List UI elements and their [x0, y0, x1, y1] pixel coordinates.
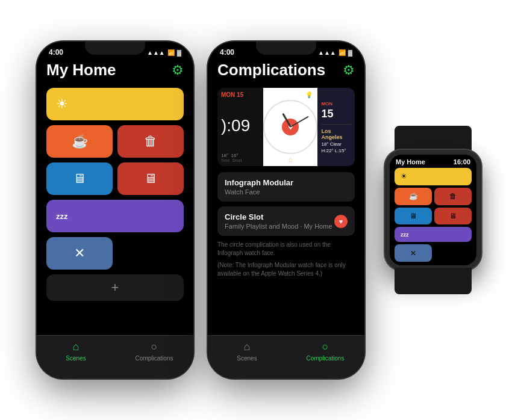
tab-bar-right: ⌂ Scenes ○ Complications — [208, 335, 364, 378]
circle-card-row: Circle Slot Family Playlist and Mood · M… — [225, 212, 348, 230]
watch-tile-sleep[interactable]: zzz — [395, 227, 472, 242]
complications-title: Complications — [217, 61, 325, 79]
gear-icon-right[interactable]: ⚙ — [343, 63, 355, 78]
watch-band-bottom — [395, 268, 472, 294]
tile-lightning[interactable]: ✕ — [46, 237, 113, 270]
watch-screen: My Home 16:00 ☀ ☕ 🗑 — [390, 155, 476, 265]
display-icon: 🖥 — [144, 171, 157, 187]
app-content-left: My Home ⚙ ☀ ☕ 🗑 — [37, 58, 193, 378]
watch-sun-icon: ☀ — [401, 172, 407, 181]
watch-date-right: 15 — [321, 108, 351, 120]
watch-location: Los Angeles — [321, 128, 351, 140]
complication-infograph-card[interactable]: Infograph Modular Watch Face — [217, 172, 355, 202]
watch-face-left-panel: MON 15 ):09 18° 16° Srse Srset — [217, 88, 263, 166]
circle-card-text: Circle Slot Family Playlist and Mood · M… — [225, 212, 332, 230]
home-icon-watchface: ⌂ — [289, 155, 293, 164]
tab-scenes-right[interactable]: ⌂ Scenes — [208, 341, 286, 362]
watch-tile-grid: ☀ ☕ 🗑 🖥 🖥 — [390, 168, 476, 265]
complications-tab-icon-left: ○ — [151, 341, 158, 353]
infograph-title: Infograph Modular — [225, 178, 348, 187]
tab-scenes-left[interactable]: ⌂ Scenes — [37, 341, 115, 362]
wifi-icon: 📶 — [167, 49, 175, 56]
scenes-icon-right: ⌂ — [244, 341, 251, 353]
watch-tile-display[interactable]: 🖥 — [434, 208, 472, 225]
watch-tile-trash[interactable]: 🗑 — [434, 188, 472, 205]
watch-temps-left: 18° 16° Srse Srset — [221, 153, 260, 162]
watch-tile-coffee[interactable]: ☕ — [395, 188, 432, 205]
watch-band-top — [395, 126, 472, 152]
watch-tile-lightning[interactable]: ✕ — [395, 244, 432, 262]
watch-monitor-icon: 🖥 — [410, 212, 417, 220]
phone-left: 4:00 ▲▲▲ 📶 ▓ My Home ⚙ ☀ — [37, 42, 193, 378]
battery-icon-r: ▓ — [348, 49, 352, 56]
app-content-right: Complications ⚙ MON 15 ):09 18° — [208, 58, 364, 378]
watch-sleep-label: zzz — [401, 232, 409, 238]
status-icons-left: ▲▲▲ 📶 ▓ — [147, 49, 181, 56]
watch-time-big: ):09 — [221, 116, 260, 135]
watch-header: My Home 16:00 — [390, 155, 476, 168]
apple-watch-container: My Home 16:00 ☀ ☕ 🗑 — [385, 150, 481, 270]
bulb-icon: 💡 — [305, 91, 313, 98]
info-text-1: The circle complication is also used on … — [217, 241, 355, 258]
app-header-left: My Home ⚙ — [46, 58, 184, 79]
watch-display-icon: 🖥 — [449, 212, 457, 220]
scenes-tab-label: Scenes — [66, 355, 86, 362]
tile-sun[interactable]: ☀ — [46, 88, 184, 120]
phone-left-notch — [85, 42, 145, 55]
heart-badge: ♥ — [334, 215, 348, 228]
complications-tab-label-left: Complications — [136, 355, 173, 362]
watch-time: 16:00 — [454, 158, 470, 165]
lightning-icon: ✕ — [74, 246, 85, 261]
gear-icon-left[interactable]: ⚙ — [172, 63, 184, 78]
watch-title: My Home — [396, 158, 425, 165]
watch-mon-badge: MON — [321, 101, 351, 107]
watch-face-center-panel: ♥ 💡 ⌂ — [263, 88, 317, 166]
tile-monitor[interactable]: 🖥 — [46, 162, 113, 195]
phone-right: 4:00 ▲▲▲ 📶 ▓ Complications ⚙ M — [208, 42, 364, 378]
tab-complications-left[interactable]: ○ Complications — [115, 341, 193, 362]
signal-icon-r: ▲▲▲ — [318, 49, 336, 56]
monitor-icon: 🖥 — [73, 171, 86, 187]
app-header-right: Complications ⚙ — [217, 58, 355, 79]
status-icons-right: ▲▲▲ 📶 ▓ — [318, 49, 352, 56]
analog-clock: ♥ — [263, 100, 317, 154]
complication-circle-card[interactable]: Circle Slot Family Playlist and Mood · M… — [217, 206, 355, 236]
tab-bar-left: ⌂ Scenes ○ Complications — [37, 335, 193, 378]
add-icon: + — [111, 280, 119, 295]
tab-complications-right[interactable]: ○ Complications — [286, 341, 364, 362]
info-text-2: (Note: The Infograph Modular watch face … — [217, 261, 355, 278]
status-time-left: 4:00 — [49, 48, 63, 57]
signal-icon: ▲▲▲ — [147, 49, 165, 56]
phone-left-screen: 4:00 ▲▲▲ 📶 ▓ My Home ⚙ ☀ — [37, 42, 193, 378]
big-time-display: ):09 — [221, 116, 260, 135]
tile-display[interactable]: 🖥 — [117, 162, 184, 195]
scenes-label-right: Scenes — [237, 355, 257, 362]
infograph-subtitle: Watch Face — [225, 188, 348, 196]
watch-hilo: H:22° L:15° — [321, 148, 351, 153]
scenes-tab-icon: ⌂ — [73, 341, 80, 353]
watch-tile-monitor[interactable]: 🖥 — [395, 208, 432, 225]
main-scene: 4:00 ▲▲▲ 📶 ▓ My Home ⚙ ☀ — [0, 0, 518, 420]
watch-day-date-left: MON 15 — [221, 91, 260, 98]
tile-trash[interactable]: 🗑 — [117, 125, 184, 158]
watch-face-right-panel: MON 15 Los Angeles 18° Clear H:22° L:15° — [317, 88, 355, 166]
add-scene-button[interactable]: + — [46, 274, 184, 301]
complications-icon-right: ○ — [322, 341, 329, 353]
battery-icon: ▓ — [177, 49, 181, 56]
watch-day-left: MON 15 — [221, 91, 260, 98]
watch-coffee-icon: ☕ — [409, 192, 418, 200]
tile-sleep[interactable]: zzz — [46, 200, 184, 232]
watch-weather: 18° Clear — [321, 141, 351, 147]
watch-tile-sun[interactable]: ☀ — [395, 168, 472, 185]
tile-coffee[interactable]: ☕ — [46, 125, 113, 158]
phone-right-notch — [256, 42, 316, 55]
sun-icon: ☀ — [56, 96, 68, 112]
wifi-icon-r: 📶 — [339, 49, 346, 56]
tile-grid-left: ☀ ☕ 🗑 🖥 🖥 — [46, 88, 184, 270]
status-time-right: 4:00 — [220, 48, 234, 57]
complications-label-right: Complications — [307, 355, 345, 362]
circle-title: Circle Slot — [225, 212, 332, 221]
watch-face-preview[interactable]: MON 15 ):09 18° 16° Srse Srset — [217, 88, 355, 166]
watch-face-home-bottom: ⌂ — [263, 155, 317, 164]
sleep-label: zzz — [56, 212, 68, 221]
